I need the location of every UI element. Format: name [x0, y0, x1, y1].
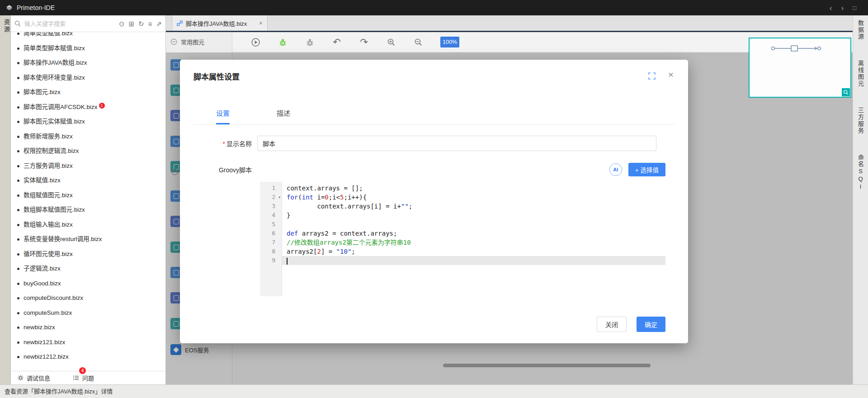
file-bullet-icon: [17, 91, 19, 94]
tab-close-icon[interactable]: ×: [259, 19, 263, 27]
right-rail: 数据源离线图元三方服务命名SQl: [853, 15, 868, 384]
problems-button[interactable]: 4 问题: [73, 374, 94, 382]
line-number: 6: [260, 229, 282, 238]
dialog-tabs: 设置 描述: [193, 105, 675, 125]
file-bullet-icon: [17, 341, 19, 344]
tree-item[interactable]: 数组脚本赋值图元.bizx: [11, 203, 165, 218]
file-name: newbiz121.bizx: [24, 339, 65, 346]
nav-forward-icon[interactable]: ›: [841, 4, 844, 12]
code-line[interactable]: [282, 220, 665, 229]
tree-item[interactable]: 脚本使用环境变量.bizx: [11, 71, 165, 85]
export-icon[interactable]: ⇗: [156, 20, 162, 27]
refresh-icon[interactable]: ↻: [138, 20, 144, 27]
tree-item[interactable]: 数组输入输出.bizx: [11, 218, 165, 232]
overview-zoom-handle[interactable]: [842, 88, 850, 96]
tree-item[interactable]: 数组赋值图元.bizx: [11, 188, 165, 203]
search-icon: [14, 20, 21, 27]
mini-flow-diagram: [750, 38, 850, 97]
redo-icon[interactable]: ↷: [359, 37, 369, 47]
zoom-out-icon[interactable]: [413, 37, 423, 47]
code-line[interactable]: arrays2[2] = "10";: [282, 247, 665, 256]
file-name: 实体赋值.bizx: [24, 177, 61, 184]
tree-item[interactable]: 脚本图元调用AFCSDK.bizx1: [11, 100, 165, 115]
tree-item[interactable]: 实体赋值.bizx: [11, 173, 165, 188]
right-rail-tab[interactable]: 离线图元: [856, 60, 865, 87]
tab-settings[interactable]: 设置: [216, 108, 230, 124]
undo-icon[interactable]: ↶: [332, 37, 342, 47]
editor-tab-bar: 脚本操作JAVA数组.bizx ×: [166, 15, 853, 31]
file-name: 简单类型脚本赋值.bizx: [24, 45, 85, 52]
debug-stop-icon[interactable]: [305, 37, 315, 47]
code-line[interactable]: }: [282, 211, 665, 220]
locate-icon[interactable]: ⊙: [119, 20, 125, 27]
debug-info-button[interactable]: 调试信息: [17, 374, 50, 382]
code-line[interactable]: [282, 256, 665, 265]
right-rail-tab[interactable]: 数据源: [856, 20, 865, 40]
file-name: 脚本图元调用AFCSDK.bizx: [24, 104, 98, 110]
right-rail-tab[interactable]: 三方服务: [856, 107, 865, 134]
restore-window-icon[interactable]: □: [853, 5, 856, 11]
run-icon[interactable]: [250, 37, 260, 47]
tree-item[interactable]: 脚本图元实体赋值.bizx: [11, 114, 165, 129]
ok-button[interactable]: 确定: [637, 317, 665, 332]
list-view-icon[interactable]: ≡: [148, 20, 152, 27]
file-name: 脚本使用环境变量.bizx: [24, 74, 85, 81]
file-bullet-icon: [17, 150, 19, 152]
search-input[interactable]: [24, 20, 119, 28]
groovy-code-editor[interactable]: 12▾3456789 context.arrays = [];for(int i…: [260, 182, 665, 296]
tree-item[interactable]: 脚本操作JAVA数组.bizx: [11, 56, 165, 71]
code-line[interactable]: context.arrays[i] = i+"";: [282, 202, 665, 211]
file-bullet-icon: [17, 356, 19, 358]
tree-item[interactable]: 简单类型赋值.bizx: [11, 32, 165, 41]
tree-item[interactable]: 系统变量替换resturl调用.bizx: [11, 232, 165, 247]
code-line[interactable]: //修改数组arrays2第二个元素为字符串10: [282, 238, 665, 247]
file-bullet-icon: [17, 224, 19, 226]
close-button[interactable]: 关闭: [597, 317, 627, 332]
tree-item[interactable]: buyGood.bizx: [11, 276, 165, 291]
fold-caret-icon[interactable]: ▾: [278, 193, 281, 202]
tree-item[interactable]: newbiz1212.bizx: [11, 350, 165, 365]
groovy-script-row: Groovy脚本 AI + 选择值: [193, 163, 665, 176]
debug-run-icon[interactable]: [278, 37, 288, 47]
editor-tab[interactable]: 脚本操作JAVA数组.bizx ×: [172, 15, 268, 31]
code-line[interactable]: def arrays2 = context.arrays;: [282, 229, 665, 238]
tree-item[interactable]: newbiz.bizx: [11, 320, 165, 335]
ai-assist-icon[interactable]: AI: [609, 163, 622, 176]
tab-description[interactable]: 描述: [277, 108, 290, 124]
nav-back-icon[interactable]: ‹: [830, 4, 832, 12]
file-bullet-icon: [17, 77, 19, 79]
canvas-overview-panel[interactable]: [749, 38, 851, 98]
required-asterisk: *: [223, 140, 225, 147]
file-bullet-icon: [17, 253, 19, 256]
tree-item[interactable]: 子逻辑流.bizx: [11, 261, 165, 276]
tree-item[interactable]: 教师新增服务.bizx: [11, 129, 165, 144]
zoom-in-icon[interactable]: [386, 37, 396, 47]
tree-item[interactable]: 权限控制逻辑流.bizx: [11, 144, 165, 159]
editor-code: context.arrays = [];for(int i=0;i<5;i++)…: [282, 182, 665, 296]
file-bullet-icon: [17, 62, 19, 64]
select-value-button[interactable]: + 选择值: [628, 163, 665, 176]
file-name: newbiz1212.bizx: [24, 353, 69, 360]
tree-item[interactable]: computeDiscount.bizx: [11, 291, 165, 306]
file-bullet-icon: [17, 121, 19, 123]
package-icon[interactable]: ⊞: [129, 20, 135, 27]
resources-rail-tab[interactable]: 资源: [0, 19, 11, 33]
tree-item[interactable]: 简单类型脚本赋值.bizx: [11, 41, 165, 56]
fullscreen-icon[interactable]: [648, 72, 656, 80]
file-bullet-icon: [17, 283, 19, 285]
file-name: 简单类型赋值.bizx: [24, 32, 73, 37]
close-icon[interactable]: ×: [668, 70, 674, 79]
tree-item[interactable]: 脚本图元.bizx: [11, 85, 165, 100]
file-name: 脚本操作JAVA数组.bizx: [24, 59, 87, 66]
code-line[interactable]: for(int i=0;i<5;i++){: [282, 193, 665, 202]
tree-item[interactable]: computeSum.bizx: [11, 306, 165, 321]
right-rail-tab[interactable]: 命名SQl: [856, 154, 865, 191]
display-name-input[interactable]: [257, 136, 656, 151]
tree-item[interactable]: 循环图元使用.bizx: [11, 247, 165, 262]
code-line[interactable]: context.arrays = [];: [282, 184, 665, 193]
tree-item[interactable]: 三方服务调用.bizx: [11, 159, 165, 174]
resource-sidebar: ⊙ ⊞ ↻ ≡ ⇗ 简单类型赋值.bizx简单类型脚本赋值.bizx脚本操作JA…: [11, 15, 166, 384]
tree-item[interactable]: newbiz121.bizx: [11, 335, 165, 350]
status-bar: 查看资源「脚本操作JAVA数组.bizx」详情: [0, 384, 868, 398]
zoom-level-badge[interactable]: 100%: [440, 37, 459, 47]
